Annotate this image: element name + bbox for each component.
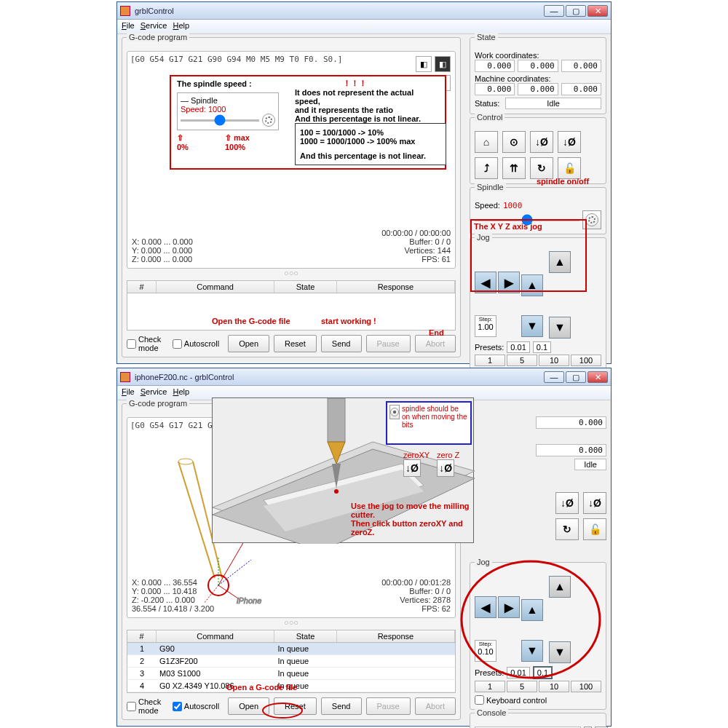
svg-rect-15 [328, 398, 345, 442]
preset-val-2[interactable]: 0.1 [533, 666, 553, 679]
maximize-button[interactable]: ▢ [566, 371, 586, 383]
autoscroll[interactable]: Autoscroll [173, 335, 219, 352]
menu-service[interactable]: Service [141, 21, 167, 32]
splitter[interactable]: ○○○ [127, 618, 456, 627]
jog-x-plus[interactable]: ▶ [498, 596, 520, 618]
svg-point-14 [334, 489, 339, 494]
safe-z-button[interactable]: ⇈ [502, 157, 526, 179]
close-button[interactable]: ✕ [587, 371, 608, 383]
jog-z-plus[interactable]: ▲ [549, 576, 571, 598]
jog-y-minus[interactable]: ▼ [521, 640, 543, 662]
table-row[interactable]: 2G1Z3F200In queue [127, 655, 455, 668]
open-button[interactable]: Open [228, 697, 269, 715]
minimize-button[interactable]: — [544, 371, 564, 383]
zero-z-button[interactable]: ↓Ø [558, 131, 581, 153]
gear-icon [585, 213, 598, 226]
reset-control-button[interactable]: ↻ [555, 518, 579, 540]
gcode-table: # Command State Response 1G90In queue2G1… [127, 630, 456, 693]
maximize-button[interactable]: ▢ [566, 5, 586, 17]
zero-xy-button[interactable]: ↓Ø [555, 492, 579, 514]
jog-x-minus[interactable]: ◀ [475, 272, 496, 293]
preset-val-2[interactable]: 0.1 [533, 341, 551, 353]
mach-y: 0.000 [518, 83, 558, 95]
home-button[interactable]: ⌂ [475, 131, 498, 153]
iso-view-button[interactable]: ◧ [416, 56, 432, 72]
autoscroll[interactable]: Autoscroll [173, 697, 219, 715]
unlock-button[interactable]: 🔓 [558, 157, 581, 179]
menu-help[interactable]: Help [173, 387, 189, 398]
iso-view-alt-button[interactable]: ◧ [435, 56, 451, 72]
zero-z-button[interactable]: ↓Ø [583, 492, 606, 514]
mach-x: 0.000 [475, 83, 515, 95]
reset-button[interactable]: Reset [274, 697, 317, 715]
close-button[interactable]: ✕ [587, 5, 608, 17]
jog-z-minus[interactable]: ▼ [549, 641, 571, 663]
titlebar: grblControl — ▢ ✕ [117, 2, 611, 20]
reset-button[interactable]: Reset [274, 335, 317, 352]
svg-line-7 [218, 560, 251, 585]
jog-step[interactable]: Step:0.10 [475, 640, 496, 662]
preset-100[interactable]: 100 [571, 355, 601, 366]
zero-xy-icon: ↓Ø [403, 459, 421, 477]
abort-button[interactable]: Abort [415, 697, 456, 715]
gcode-program-group: G-code program [G0 G54 G17 G21 G90 G94 M… [122, 37, 461, 357]
preset-5[interactable]: 5 [507, 681, 537, 692]
preset-100[interactable]: 100 [571, 681, 601, 692]
menubar: File Service Help [117, 20, 611, 34]
mach-z: 0.000 [561, 83, 601, 95]
jog-step[interactable]: Step:1.00 [475, 315, 496, 337]
jog-x-plus[interactable]: ▶ [498, 272, 520, 293]
probe-button[interactable]: ⊙ [502, 131, 526, 153]
window-grblcontrol-1: grblControl — ▢ ✕ File Service Help G-co… [116, 1, 612, 364]
svg-point-2 [178, 459, 193, 464]
window-grblcontrol-2: iphoneF200.nc - grblControl — ▢ ✕ File S… [116, 368, 612, 727]
menu-file[interactable]: File [122, 387, 135, 398]
open-button[interactable]: Open [228, 335, 269, 352]
minimize-button[interactable]: — [544, 5, 564, 17]
app-icon [120, 6, 130, 16]
window-title: iphoneF200.nc - grblControl [135, 373, 542, 381]
pause-button[interactable]: Pause [366, 697, 411, 715]
pause-button[interactable]: Pause [366, 335, 411, 352]
preset-1[interactable]: 1 [475, 681, 505, 692]
window-title: grblControl [135, 7, 542, 15]
preset-10[interactable]: 10 [539, 681, 569, 692]
spindle-group: Spindle Speed:1000 [470, 187, 606, 234]
keyboard-control[interactable]: Keyboard control [475, 695, 601, 705]
preset-10[interactable]: 10 [539, 355, 569, 366]
magnify-panel: spindle should be on when moving the bit… [212, 397, 474, 543]
reset-control-button[interactable]: ↻ [530, 157, 553, 179]
jog-z-plus[interactable]: ▲ [549, 251, 571, 273]
send-button[interactable]: Send [321, 697, 362, 715]
zero-z-icon: ↓Ø [437, 459, 454, 477]
splitter[interactable]: ○○○ [127, 269, 456, 277]
table-row[interactable]: 1G90In queue [127, 643, 455, 655]
menu-help[interactable]: Help [173, 21, 189, 32]
check-mode[interactable]: Check mode [127, 335, 168, 352]
preset-5[interactable]: 5 [507, 355, 537, 366]
preset-1[interactable]: 1 [475, 355, 505, 366]
menu-file[interactable]: File [122, 21, 135, 32]
jog-z-minus[interactable]: ▼ [549, 317, 571, 339]
preset-val-1[interactable]: 0.01 [507, 667, 529, 678]
spindle-toggle-button[interactable] [582, 210, 601, 229]
return-button[interactable]: ⤴ [475, 157, 498, 179]
unlock-button[interactable]: 🔓 [583, 518, 606, 540]
abort-button[interactable]: Abort [415, 335, 456, 352]
spindle-speed: 1000 [503, 201, 523, 210]
jog-x-minus[interactable]: ◀ [475, 596, 496, 618]
zero-xy-button[interactable]: ↓Ø [530, 131, 553, 153]
status-value: Idle [505, 98, 601, 109]
spindle-slider[interactable] [475, 219, 579, 221]
preset-val-1[interactable]: 0.01 [507, 341, 529, 353]
check-mode[interactable]: Check mode [127, 697, 168, 715]
table-row[interactable]: 4G0 X2.4349 Y10.086In queue [127, 680, 455, 692]
iso-view-button-2[interactable]: ◧ [435, 75, 451, 91]
table-row[interactable]: 3M03 S1000In queue [127, 668, 455, 680]
work-z: 0.000 [561, 60, 601, 72]
send-button[interactable]: Send [321, 335, 362, 352]
jog-y-minus[interactable]: ▼ [521, 315, 543, 337]
console-group: Console ✈ ⌫ [470, 713, 606, 728]
menu-service[interactable]: Service [141, 387, 167, 398]
work-x: 0.000 [475, 60, 515, 72]
